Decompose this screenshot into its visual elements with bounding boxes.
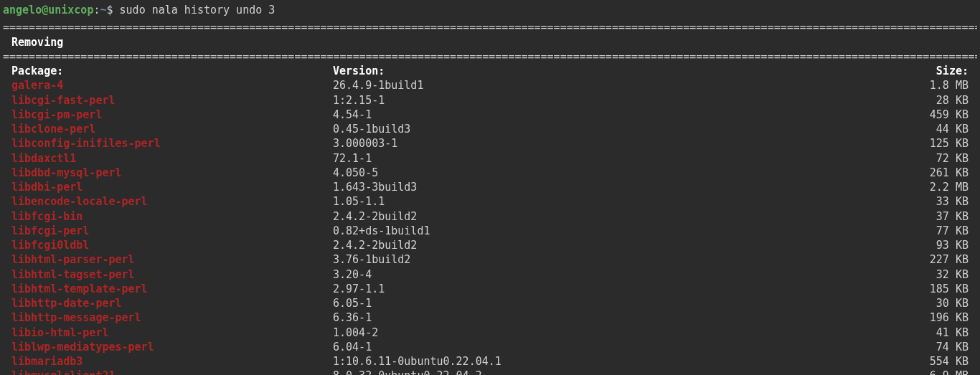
package-table: Package: Version: Size: galera-426.4.9-1… [3,64,977,375]
prompt-path: ~ [100,4,106,16]
package-name: libdbd-mysql-perl [11,166,333,180]
package-name: libfcgi-bin [11,209,333,224]
package-size: 196 KB [904,310,969,325]
package-version: 3.20-4 [333,267,904,282]
table-row: libclone-perl0.45-1build344 KB [11,122,969,136]
package-size: 33 KB [904,194,969,209]
prompt-symbol: $ [107,4,113,16]
package-version: 0.45-1build3 [333,122,904,136]
table-row: libcgi-fast-perl1:2.15-128 KB [11,93,969,108]
package-name: libclone-perl [11,122,333,136]
package-name: libhtml-template-perl [11,282,333,296]
package-name: libfcgi-perl [11,224,333,238]
table-row: libdbi-perl1.643-3build32.2 MB [11,180,969,194]
table-header-row: Package: Version: Size: [11,64,969,78]
package-size: 30 KB [904,296,969,310]
package-version: 6.36-1 [333,310,904,325]
package-version: 1.643-3build3 [333,180,904,194]
package-size: 93 KB [904,238,969,252]
package-size: 44 KB [904,122,969,136]
package-size: 74 KB [904,340,969,354]
separator-line: ========================================… [3,20,977,34]
table-row: liblwp-mediatypes-perl6.04-174 KB [11,340,969,354]
table-row: libhtml-tagset-perl3.20-432 KB [11,267,969,282]
table-row: libhttp-date-perl6.05-130 KB [11,296,969,310]
header-size: Size: [904,64,969,78]
table-row: libfcgi-perl0.82+ds-1build177 KB [11,224,969,238]
package-version: 2.97-1.1 [333,282,904,296]
package-size: 459 KB [904,108,969,122]
package-name: libfcgi0ldbl [11,238,333,252]
package-name: libconfig-inifiles-perl [11,136,333,151]
section-title: Removing [3,35,977,49]
package-name: libcgi-fast-perl [11,93,333,108]
package-name: libhttp-date-perl [11,296,333,310]
header-version: Version: [333,64,904,78]
table-row: libcgi-pm-perl4.54-1459 KB [11,108,969,122]
package-size: 2.2 MB [904,180,969,194]
package-name: libio-html-perl [11,326,333,340]
package-name: libcgi-pm-perl [11,108,333,122]
package-version: 1:10.6.11-0ubuntu0.22.04.1 [333,354,904,369]
package-size: 185 KB [904,282,969,296]
prompt-user-host: angelo@unixcop [3,4,93,16]
package-version: 72.1-1 [333,151,904,166]
separator-line: ========================================… [3,49,977,64]
package-size: 37 KB [904,209,969,224]
package-version: 1:2.15-1 [333,93,904,108]
package-size: 77 KB [904,224,969,238]
table-row: libconfig-inifiles-perl3.000003-1125 KB [11,136,969,151]
command-prompt[interactable]: angelo@unixcop:~$ sudo nala history undo… [3,0,977,20]
package-version: 6.04-1 [333,340,904,354]
package-size: 1.8 MB [904,78,969,92]
package-name: libdaxctl1 [11,151,333,166]
package-size: 554 KB [904,354,969,369]
package-name: liblwp-mediatypes-perl [11,340,333,354]
package-size: 6.9 MB [904,369,969,375]
table-row: libdaxctl172.1-172 KB [11,151,969,166]
table-row: libhtml-parser-perl3.76-1build2227 KB [11,252,969,267]
table-row: libfcgi0ldbl2.4.2-2build293 KB [11,238,969,252]
package-version: 2.4.2-2build2 [333,209,904,224]
header-package: Package: [11,64,333,78]
package-version: 1.004-2 [333,326,904,340]
package-size: 32 KB [904,267,969,282]
table-row: libmariadb31:10.6.11-0ubuntu0.22.04.1554… [11,354,969,369]
package-size: 28 KB [904,93,969,108]
package-version: 8.0.32-0ubuntu0.22.04.2 [333,369,904,375]
package-name: libhtml-parser-perl [11,252,333,267]
table-row: galera-426.4.9-1build11.8 MB [11,78,969,92]
package-size: 125 KB [904,136,969,151]
table-row: libhtml-template-perl2.97-1.1185 KB [11,282,969,296]
package-size: 227 KB [904,252,969,267]
package-size: 261 KB [904,166,969,180]
package-name: libmariadb3 [11,354,333,369]
table-row: libdbd-mysql-perl4.050-5261 KB [11,166,969,180]
package-name: libhttp-message-perl [11,310,333,325]
package-size: 41 KB [904,326,969,340]
package-name: libencode-locale-perl [11,194,333,209]
table-row: libio-html-perl1.004-241 KB [11,326,969,340]
table-row: libencode-locale-perl1.05-1.133 KB [11,194,969,209]
package-name: libdbi-perl [11,180,333,194]
table-row: libfcgi-bin2.4.2-2build237 KB [11,209,969,224]
package-version: 4.050-5 [333,166,904,180]
package-version: 26.4.9-1build1 [333,78,904,92]
package-name: libhtml-tagset-perl [11,267,333,282]
package-version: 6.05-1 [333,296,904,310]
package-version: 1.05-1.1 [333,194,904,209]
table-row: libmysqlclient218.0.32-0ubuntu0.22.04.26… [11,369,969,375]
package-size: 72 KB [904,151,969,166]
package-name: libmysqlclient21 [11,369,333,375]
command-text: sudo nala history undo 3 [120,4,275,16]
package-version: 2.4.2-2build2 [333,238,904,252]
terminal-output: angelo@unixcop:~$ sudo nala history undo… [0,0,980,375]
package-version: 3.000003-1 [333,136,904,151]
package-version: 0.82+ds-1build1 [333,224,904,238]
package-name: galera-4 [11,78,333,92]
table-row: libhttp-message-perl6.36-1196 KB [11,310,969,325]
package-version: 4.54-1 [333,108,904,122]
package-version: 3.76-1build2 [333,252,904,267]
